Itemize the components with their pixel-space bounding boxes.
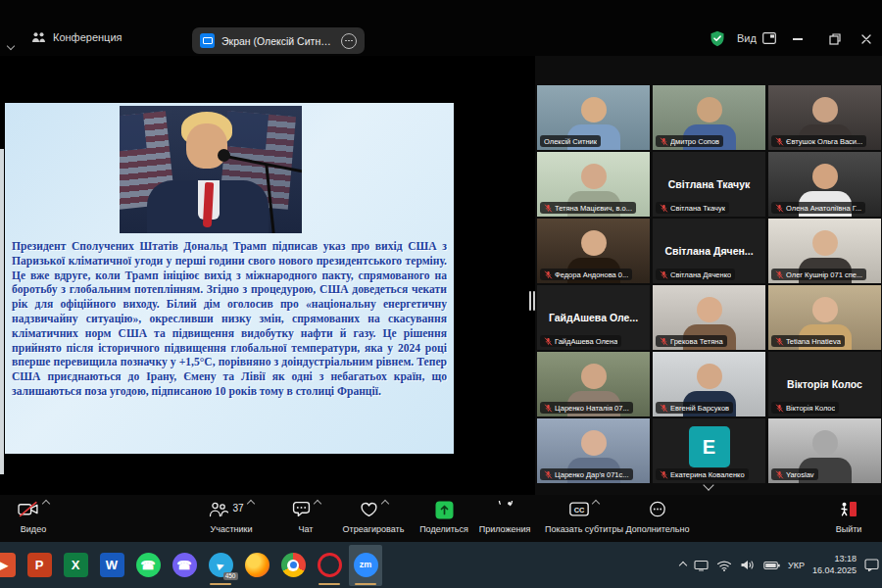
running-indicator (355, 583, 376, 585)
participant-tile[interactable]: Олег Кушнір 071 спе... (768, 219, 881, 283)
screen-share-tab-label: Экран (Олексій Ситник) (221, 35, 334, 47)
captions-options-chevron[interactable] (592, 500, 600, 508)
language-indicator[interactable]: УКР (788, 561, 805, 570)
react-button[interactable]: Отреагировать (333, 501, 414, 534)
participant-tile[interactable]: E Екатерина Коваленко (653, 418, 765, 483)
taskbar-app-telegram[interactable]: ▸450 (204, 545, 237, 586)
mic-muted-icon (660, 404, 668, 413)
volume-icon[interactable] (740, 559, 756, 571)
view-label: Вид (737, 32, 757, 44)
mic-muted-icon (775, 204, 784, 213)
participant-name: ГайдАшева Олена (555, 337, 617, 346)
view-button[interactable]: Вид (737, 32, 776, 44)
participant-tile[interactable]: Олексій Ситник (537, 85, 650, 150)
mic-muted-icon (660, 270, 668, 279)
react-label: Отреагировать (343, 524, 405, 534)
leave-button[interactable]: Выйти (821, 501, 876, 534)
chat-button[interactable]: Чат (278, 501, 333, 534)
participants-icon (209, 501, 228, 517)
close-button[interactable] (855, 29, 878, 49)
participant-tile[interactable]: Євтушок Ольга Васи... (768, 85, 881, 150)
apps-icon (496, 501, 514, 518)
wifi-icon[interactable] (716, 560, 732, 571)
security-shield-icon[interactable] (710, 30, 725, 47)
captions-button[interactable]: CC Показать субтитры (537, 501, 631, 534)
participant-name: Тетяна Мацієвич, в.о... (555, 204, 632, 213)
cc-icon: CC (569, 501, 589, 517)
participant-tile[interactable]: Tetiana Hnatieva (768, 285, 881, 350)
participant-name: Євтушок Ольга Васи... (786, 137, 862, 146)
participant-tile[interactable]: Царенко Наталія 07... (537, 352, 650, 416)
more-ellipsis-icon (649, 501, 666, 517)
more-participants-button[interactable] (674, 479, 743, 491)
hidden-icons-chevron[interactable] (679, 561, 687, 568)
taskbar-app-zoom[interactable]: zm (349, 545, 382, 586)
taskbar-app-whatsapp[interactable]: ☎ (131, 545, 165, 586)
share-screen-icon (435, 501, 454, 519)
participant-label: Олена Анатоліївна Г... (771, 202, 865, 214)
participant-label: Евгеній Барсуков (656, 402, 733, 414)
display-icon[interactable] (694, 560, 709, 571)
minimize-button[interactable] (786, 29, 809, 49)
participant-label: Олексій Ситник (540, 135, 601, 147)
participant-tile[interactable]: Вікторія Колос Вікторія Колос (768, 352, 881, 416)
apps-button[interactable]: Приложения (472, 501, 537, 534)
presentation-slide: Президент Сполучених Штатів Дональд Трам… (5, 103, 454, 454)
participant-tile[interactable]: Царенко Дар'я 071с... (537, 418, 650, 483)
participant-name: Царенко Наталія 07... (555, 404, 629, 413)
participant-tile[interactable]: Світлана Ткачук Світлана Ткачук (653, 152, 765, 217)
video-options-chevron[interactable] (42, 500, 50, 508)
tab-options-icon[interactable] (341, 33, 357, 49)
taskbar-app-opera[interactable] (313, 545, 346, 586)
restore-button[interactable] (823, 29, 847, 49)
leave-label: Выйти (836, 524, 862, 534)
panel-resize-handle[interactable] (529, 291, 531, 311)
system-tray: УКР 13:18 16.04.2025 (680, 542, 879, 588)
participant-name: Грекова Тетяна (670, 337, 723, 346)
share-button[interactable]: Поделиться (416, 501, 472, 534)
participant-tile[interactable]: Олена Анатоліївна Г... (768, 152, 881, 217)
taskbar-app-excel[interactable]: X (59, 545, 92, 586)
taskbar-app-chrome[interactable] (276, 545, 310, 586)
taskbar-app-powerpoint[interactable]: P (23, 545, 56, 586)
taskbar-app-firefox[interactable] (240, 545, 273, 586)
battery-icon[interactable] (763, 561, 780, 570)
react-options-chevron[interactable] (380, 500, 388, 508)
more-label: Дополнительно (626, 524, 690, 534)
app-badge: 450 (223, 572, 238, 580)
collapse-chevron-icon[interactable] (8, 35, 14, 53)
participant-tile[interactable]: Тетяна Мацієвич, в.о... (537, 152, 650, 217)
participant-tile[interactable]: Грекова Тетяна (653, 285, 765, 350)
running-indicator (318, 583, 340, 585)
trump-press-photo (120, 106, 302, 233)
participant-label: Yaroslav (771, 468, 818, 480)
taskbar-clock[interactable]: 13:18 16.04.2025 (812, 554, 857, 576)
more-button[interactable]: Дополнительно (621, 501, 694, 534)
chat-options-chevron[interactable] (313, 500, 320, 508)
participant-tile[interactable]: Федора Андонова 0... (537, 219, 650, 283)
mic-muted-icon (775, 337, 784, 346)
participant-label: Федора Андонова 0... (540, 269, 632, 280)
mic-muted-icon (544, 204, 553, 213)
participant-tile[interactable]: Світлана Дячен... Світлана Дяченко (653, 219, 765, 283)
participants-options-chevron[interactable] (246, 500, 254, 508)
participant-name: Федора Андонова 0... (555, 270, 628, 279)
screen-share-tab[interactable]: Экран (Олексій Ситник) (192, 27, 365, 54)
participant-tile[interactable]: ГайдАшева Оле... ГайдАшева Олена (537, 285, 650, 350)
participant-tile[interactable]: Yaroslav (768, 418, 881, 483)
participant-tile[interactable]: Дмитро Сопов (653, 85, 765, 150)
action-center-icon[interactable] (864, 559, 879, 571)
mic-muted-icon (775, 270, 784, 279)
video-button[interactable]: Видео (2, 501, 65, 534)
participants-button[interactable]: 37 Участники (192, 501, 270, 534)
meeting-title: Конференция (31, 31, 122, 43)
taskbar-app-viber[interactable]: ☎ (168, 545, 201, 586)
participant-name: Олена Анатоліївна Г... (786, 204, 861, 213)
video-label: Видео (21, 524, 46, 534)
taskbar-app-word[interactable]: W (95, 545, 128, 586)
taskbar-app-media-player[interactable]: ▶ (0, 545, 20, 586)
participant-tile[interactable]: Евгеній Барсуков (653, 352, 765, 416)
participant-label: Tetiana Hnatieva (771, 335, 845, 347)
people-icon (31, 31, 46, 43)
clock-date: 16.04.2025 (812, 565, 857, 576)
